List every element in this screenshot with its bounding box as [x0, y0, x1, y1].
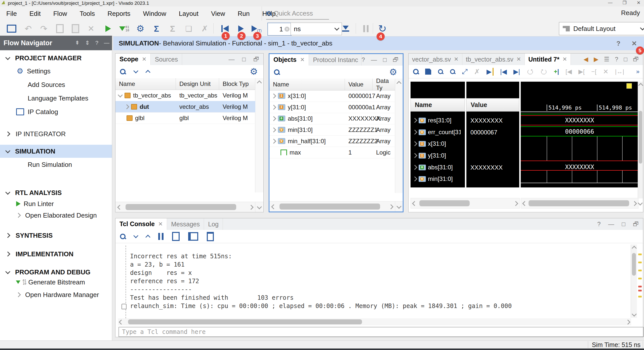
console-output[interactable]: Incorrect res at time 515ns: a = 23, b =…: [130, 252, 512, 310]
tab-objects[interactable]: Objects ✕: [269, 54, 309, 66]
cancel-disabled-button[interactable]: ✗: [199, 23, 210, 34]
warning-marker[interactable]: [638, 270, 642, 271]
wave-col-name[interactable]: Name: [411, 98, 465, 112]
close-icon[interactable]: ✕: [142, 56, 146, 63]
window-minimize-button[interactable]: —: [608, 0, 613, 6]
col-name[interactable]: Name: [115, 78, 176, 90]
scrollbar-thumb[interactable]: [419, 200, 470, 206]
sidebar-section-rtl-analysis[interactable]: RTL ANALYSIS: [0, 187, 112, 198]
maximize-icon[interactable]: □: [624, 56, 628, 63]
warning-marker[interactable]: [638, 262, 642, 263]
tab-untitled-7[interactable]: Untitled 7* ✕: [525, 54, 571, 65]
sigma-disabled-button[interactable]: Σ: [167, 23, 178, 34]
close-icon[interactable]: ✕: [300, 57, 305, 63]
console-hscrollbar[interactable]: [118, 318, 631, 325]
wave-vscrollbar[interactable]: [638, 82, 643, 198]
scope-scroll-corner[interactable]: [255, 202, 263, 212]
menu-tools[interactable]: Tools: [73, 7, 101, 21]
console-vscrollbar[interactable]: [631, 244, 637, 318]
code-fold-marker[interactable]: [122, 304, 127, 309]
objects-vscrollbar[interactable]: [395, 79, 403, 193]
zoom-out-icon[interactable]: [450, 69, 455, 74]
report-summary-button[interactable]: Σ: [151, 23, 162, 34]
tab-list-icon[interactable]: ☰: [604, 56, 610, 63]
search-icon[interactable]: [120, 69, 126, 74]
search-icon[interactable]: [413, 69, 419, 74]
open-project-button[interactable]: [6, 23, 17, 34]
scroll-right-icon[interactable]: [249, 205, 254, 210]
minimize-icon[interactable]: —: [104, 40, 109, 46]
col-block-type[interactable]: Block Typ: [219, 78, 255, 90]
relaunch-sim-button[interactable]: ↻: [377, 23, 388, 34]
scroll-right-icon[interactable]: [632, 201, 637, 206]
col-name[interactable]: Name: [269, 79, 345, 90]
tab-log[interactable]: Log: [204, 218, 223, 230]
help-icon[interactable]: ?: [361, 56, 365, 63]
scroll-left-icon[interactable]: [119, 320, 124, 325]
chevron-right-icon[interactable]: [271, 105, 276, 110]
chevron-right-icon[interactable]: [124, 104, 129, 109]
help-icon[interactable]: ?: [616, 40, 620, 47]
scope-vscrollbar[interactable]: [255, 78, 263, 192]
menu-reports[interactable]: Reports: [101, 7, 137, 21]
scroll-right-icon[interactable]: [388, 204, 393, 209]
menu-view[interactable]: View: [205, 7, 231, 21]
wave-signal-abs[interactable]: 0 abs[31:0]: [411, 162, 467, 173]
chevron-down-icon[interactable]: [118, 92, 123, 97]
tab-vector-abs-sv[interactable]: vector_abs.sv ✕: [409, 54, 462, 65]
sidebar-section-project-manager[interactable]: PROJECT MANAGER: [0, 52, 112, 64]
scroll-up-icon[interactable]: [257, 80, 262, 85]
maximize-icon[interactable]: □: [383, 56, 387, 63]
chevron-right-icon[interactable]: [271, 127, 276, 132]
chevron-right-icon[interactable]: [271, 139, 276, 144]
scrollbar-thumb[interactable]: [639, 111, 642, 164]
copy-output-icon[interactable]: [172, 232, 180, 241]
scroll-right-icon[interactable]: [513, 201, 518, 206]
generate-bitstream-toolbar-button[interactable]: 0110: [119, 23, 130, 34]
chevron-right-icon[interactable]: [412, 141, 417, 146]
cut-button[interactable]: ✕: [86, 23, 97, 34]
error-marker[interactable]: [638, 290, 642, 291]
remove-cursor-icon[interactable]: ✗: [474, 68, 480, 76]
objects-row-min-half[interactable]: V min_half[31:0] ZZZZZZZ2 Array: [269, 135, 395, 147]
sidebar-section-synthesis[interactable]: SYNTHESIS: [0, 230, 112, 241]
tab-scope[interactable]: Scope ✕: [115, 54, 151, 65]
scroll-up-icon[interactable]: [638, 83, 643, 88]
scrollbar-thumb[interactable]: [126, 204, 236, 210]
add-marker-icon[interactable]: +|: [554, 68, 559, 75]
wave-signal-err-count[interactable]: V err_count[31:0: [411, 126, 467, 138]
objects-hscrollbar[interactable]: [269, 201, 395, 212]
scroll-right-icon[interactable]: [625, 320, 630, 325]
sidebar-item-ip-catalog[interactable]: IP Catalog: [0, 106, 112, 118]
scope-hscrollbar[interactable]: [115, 202, 255, 212]
chevron-right-icon[interactable]: [412, 176, 417, 181]
scope-row-tb-vector-abs[interactable]: tb_vector_abs tb_vector_abs Verilog M: [115, 90, 255, 101]
chevron-right-icon[interactable]: [412, 153, 417, 158]
scrollbar-thumb[interactable]: [529, 200, 629, 206]
chevron-right-icon[interactable]: [412, 118, 417, 123]
clear-time-icon[interactable]: ✕: [285, 27, 290, 32]
scroll-down-icon[interactable]: [257, 204, 262, 209]
scrollbar-thumb[interactable]: [128, 319, 362, 324]
chevron-right-icon[interactable]: [412, 165, 417, 170]
sidebar-item-run-linter[interactable]: Run Linter: [0, 198, 112, 210]
swap-cursors-icon[interactable]: |↔|: [615, 68, 624, 75]
float-icon[interactable]: 🗗: [253, 56, 259, 63]
objects-row-max[interactable]: max 1 Logic: [269, 147, 395, 158]
float-icon[interactable]: 🗗: [633, 56, 639, 63]
wave-names-hscrollbar[interactable]: [411, 198, 520, 209]
gear-icon[interactable]: ⚙: [389, 68, 403, 77]
scroll-down-icon[interactable]: [396, 204, 401, 209]
step-button[interactable]: [340, 23, 351, 34]
menu-file[interactable]: File: [0, 7, 23, 21]
pause-button[interactable]: [360, 23, 371, 34]
undo-zoom-icon[interactable]: ⭯: [527, 68, 534, 76]
warning-marker[interactable]: [638, 278, 642, 279]
undo-button[interactable]: ↶: [23, 23, 34, 34]
sidebar-item-open-hardware-manager[interactable]: Open Hardware Manager: [0, 289, 112, 301]
menu-window[interactable]: Window: [137, 7, 172, 21]
wave-col-value[interactable]: Value: [466, 98, 519, 112]
objects-row-abs[interactable]: 0 abs[31:0] XXXXXXXX Array: [269, 113, 395, 124]
window-restore-button[interactable]: ❐: [623, 0, 627, 6]
close-icon[interactable]: ✕: [158, 221, 163, 227]
